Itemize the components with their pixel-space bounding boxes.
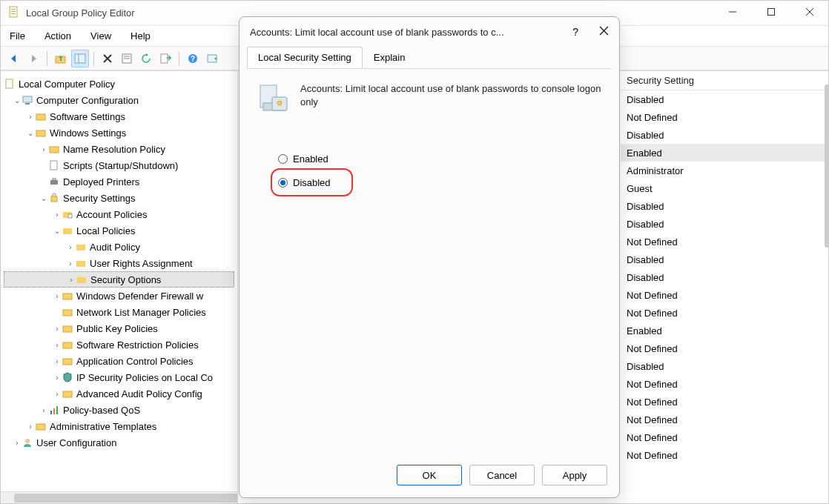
- svg-rect-41: [63, 391, 72, 397]
- list-row[interactable]: Disabled: [621, 197, 828, 215]
- tree-software-settings[interactable]: ›Software Settings: [4, 108, 234, 125]
- tab-explain[interactable]: Explain: [363, 47, 417, 68]
- expand-icon[interactable]: ›: [53, 374, 62, 382]
- menu-file[interactable]: File: [7, 29, 28, 43]
- radio-enabled[interactable]: Enabled: [278, 149, 603, 168]
- expand-icon[interactable]: ›: [67, 276, 76, 284]
- refresh-icon[interactable]: [137, 50, 155, 67]
- list-row[interactable]: Not Defined: [621, 411, 828, 428]
- tree-name-res[interactable]: ›Name Resolution Policy: [4, 141, 234, 157]
- list-row[interactable]: Disabled: [621, 90, 828, 108]
- list-row[interactable]: Disabled: [621, 268, 828, 286]
- column-header-security-setting[interactable]: Security Setting: [621, 71, 828, 90]
- list-row[interactable]: Disabled: [621, 215, 828, 233]
- forward-button[interactable]: [24, 50, 42, 67]
- list-row[interactable]: Not Defined: [621, 108, 828, 126]
- expand-icon[interactable]: ›: [26, 113, 35, 121]
- list-row[interactable]: Not Defined: [621, 339, 828, 357]
- radio-disabled[interactable]: Disabled: [278, 173, 331, 192]
- tree-hscrollbar[interactable]: [1, 491, 237, 503]
- tree-windows-settings[interactable]: ⌄Windows Settings: [4, 125, 234, 141]
- collapse-icon[interactable]: ⌄: [39, 194, 48, 202]
- list-row[interactable]: Not Defined: [621, 428, 828, 446]
- tree-deployed-printers[interactable]: Deployed Printers: [4, 173, 234, 190]
- tree-security-settings[interactable]: ⌄Security Settings: [4, 190, 234, 206]
- tree-computer-config[interactable]: ⌄Computer Configuration: [4, 92, 234, 108]
- menu-view[interactable]: View: [87, 29, 114, 43]
- expand-icon[interactable]: ›: [39, 406, 48, 414]
- list-row[interactable]: Disabled: [621, 251, 828, 268]
- menu-help[interactable]: Help: [128, 29, 153, 43]
- tree-app-control[interactable]: ›Application Control Policies: [4, 353, 234, 369]
- list-row[interactable]: Not Defined: [621, 233, 828, 251]
- collapse-icon[interactable]: ⌄: [53, 227, 62, 235]
- expand-icon[interactable]: ›: [53, 292, 62, 300]
- security-icon: [48, 192, 60, 204]
- minimize-button[interactable]: [721, 7, 744, 19]
- dialog-close-button[interactable]: [599, 26, 609, 38]
- tree-network-list[interactable]: Network List Manager Policies: [4, 304, 234, 320]
- tree-account-policies[interactable]: ›Account Policies: [4, 206, 234, 222]
- tree-label: Software Settings: [50, 111, 125, 122]
- list-row[interactable]: Not Defined: [621, 304, 828, 322]
- dialog-help-button[interactable]: ?: [572, 26, 578, 38]
- tree-label: Scripts (Startup/Shutdown): [63, 160, 178, 171]
- list-row[interactable]: Not Defined: [621, 446, 828, 464]
- collapse-icon[interactable]: ⌄: [13, 96, 22, 105]
- expand-icon[interactable]: ›: [53, 325, 62, 333]
- expand-icon[interactable]: ›: [26, 422, 35, 431]
- tree-user-config[interactable]: ›User Configuration: [4, 434, 234, 451]
- help-icon[interactable]: ?: [184, 50, 202, 67]
- apply-button[interactable]: Apply: [542, 465, 607, 485]
- expand-icon[interactable]: ›: [39, 145, 48, 153]
- ok-button[interactable]: OK: [397, 465, 462, 485]
- tree-local-policies[interactable]: ⌄Local Policies: [4, 222, 234, 239]
- back-button[interactable]: [5, 50, 23, 67]
- list-row[interactable]: Disabled: [621, 357, 828, 375]
- list-row[interactable]: Disabled: [621, 126, 828, 144]
- list-row[interactable]: Guest: [621, 179, 828, 197]
- list-row[interactable]: Not Defined: [621, 375, 828, 393]
- list-row[interactable]: Enabled: [621, 144, 828, 162]
- collapse-icon[interactable]: ⌄: [26, 129, 35, 137]
- show-tree-icon[interactable]: [71, 50, 89, 67]
- tab-local-security-setting[interactable]: Local Security Setting: [247, 47, 363, 68]
- expand-icon[interactable]: ›: [66, 259, 75, 268]
- tree-audit-policy[interactable]: ›Audit Policy: [4, 239, 234, 255]
- tree-adv-audit[interactable]: ›Advanced Audit Policy Config: [4, 385, 234, 402]
- filter-icon[interactable]: [203, 50, 221, 67]
- tree-scripts[interactable]: Scripts (Startup/Shutdown): [4, 157, 234, 173]
- expand-icon[interactable]: ›: [53, 357, 62, 365]
- tree-policy-qos[interactable]: ›Policy-based QoS: [4, 402, 234, 418]
- tree-user-rights[interactable]: ›User Rights Assignment: [4, 255, 234, 271]
- tree-root[interactable]: Local Computer Policy: [4, 76, 234, 92]
- expand-icon[interactable]: ›: [53, 210, 62, 219]
- expand-icon[interactable]: ›: [53, 390, 62, 398]
- menu-action[interactable]: Action: [42, 29, 74, 43]
- cancel-button[interactable]: Cancel: [469, 465, 535, 485]
- expand-icon[interactable]: ›: [66, 243, 75, 251]
- list-row[interactable]: Enabled: [621, 322, 828, 339]
- tree-software-restriction[interactable]: ›Software Restriction Policies: [4, 336, 234, 353]
- delete-icon[interactable]: [99, 50, 116, 67]
- tree-public-key[interactable]: ›Public Key Policies: [4, 320, 234, 336]
- tree-ip-security[interactable]: ›IP Security Policies on Local Co: [4, 369, 234, 385]
- close-button[interactable]: [799, 7, 821, 19]
- expand-icon[interactable]: ›: [13, 439, 22, 447]
- list-row[interactable]: Not Defined: [621, 393, 828, 411]
- tree-defender[interactable]: ›Windows Defender Firewall w: [4, 288, 234, 304]
- maximize-button[interactable]: [760, 7, 782, 19]
- properties-icon[interactable]: [118, 50, 136, 67]
- up-folder-icon[interactable]: [52, 50, 70, 67]
- list-row[interactable]: Administrator: [621, 162, 828, 179]
- expand-icon[interactable]: ›: [53, 341, 62, 349]
- export-icon[interactable]: [156, 50, 174, 67]
- tree-label: Windows Settings: [50, 127, 126, 139]
- svg-rect-32: [63, 228, 72, 234]
- vertical-scrollbar[interactable]: [825, 84, 829, 248]
- tree-label: Computer Configuration: [36, 95, 139, 106]
- tree-security-options[interactable]: ›Security Options: [4, 271, 234, 288]
- list-row[interactable]: Not Defined: [621, 286, 828, 304]
- tree-admin-templates[interactable]: ›Administrative Templates: [4, 418, 234, 434]
- tree-label: Security Settings: [63, 193, 136, 204]
